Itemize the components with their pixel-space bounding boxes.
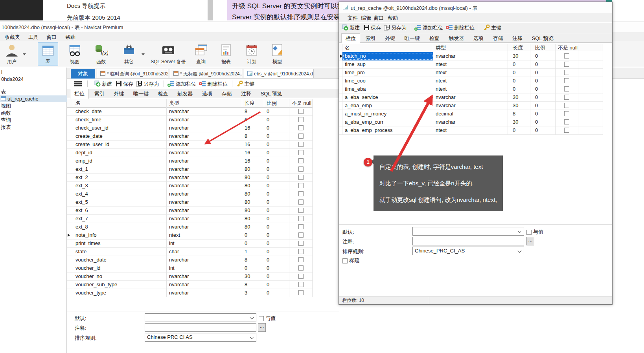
field-row[interactable]: check_datenvarchar80 bbox=[67, 108, 313, 116]
functions-button[interactable]: f(x) 函数 bbox=[90, 42, 112, 66]
field-row[interactable]: a_eba_emp_processntext00 bbox=[339, 126, 603, 135]
sidebar-group-reports[interactable]: 报表 bbox=[0, 124, 67, 130]
field-length-cell[interactable]: 30 bbox=[242, 273, 264, 281]
field-scale-cell[interactable]: 0 bbox=[264, 256, 289, 264]
field-type-cell[interactable]: decimal bbox=[433, 110, 508, 118]
field-row[interactable]: ext_5nvarchar800 bbox=[67, 198, 313, 207]
field-type-cell[interactable]: nvarchar bbox=[167, 281, 242, 289]
col-not-null[interactable]: 不是 null bbox=[556, 44, 578, 52]
model-button[interactable]: 模型 bbox=[267, 42, 287, 66]
col-scale[interactable]: 比例 bbox=[264, 99, 289, 108]
field-row[interactable]: time_supntext00 bbox=[339, 60, 603, 69]
sidebar-database[interactable]: 0hds2024 bbox=[0, 76, 67, 82]
field-type-cell[interactable]: nvarchar bbox=[167, 198, 242, 207]
field-name-cell[interactable]: a_eba_emp_process bbox=[342, 126, 433, 135]
field-scale-cell[interactable]: 0 bbox=[264, 281, 289, 289]
field-row[interactable]: a_eba_empnvarchar300 bbox=[339, 102, 603, 110]
field-scale-cell[interactable]: 0 bbox=[264, 124, 289, 132]
field-type-cell[interactable]: nvarchar bbox=[433, 93, 508, 102]
field-length-cell[interactable]: 16 bbox=[242, 124, 264, 132]
tab-options[interactable]: 选项 bbox=[198, 89, 216, 99]
not-null-checkbox[interactable] bbox=[298, 249, 304, 254]
field-type-cell[interactable]: ntext bbox=[433, 60, 508, 69]
sidebar-group-functions[interactable]: 函数 bbox=[0, 110, 67, 116]
field-type-cell[interactable]: nvarchar bbox=[167, 289, 242, 297]
comment-input[interactable] bbox=[412, 237, 524, 245]
field-name-cell[interactable]: ext_4 bbox=[73, 190, 167, 198]
views-button[interactable]: 视图 bbox=[64, 42, 86, 66]
field-length-cell[interactable]: 80 bbox=[242, 190, 264, 198]
col-name[interactable]: 名 bbox=[342, 44, 433, 52]
field-length-cell[interactable]: 80 bbox=[242, 198, 264, 207]
field-name-cell[interactable]: a_eba_service bbox=[342, 93, 433, 102]
sidebar-connection[interactable]: l bbox=[0, 69, 67, 75]
not-null-checkbox[interactable] bbox=[564, 53, 569, 59]
field-row[interactable]: print_timesint00 bbox=[67, 240, 313, 248]
field-row[interactable]: voucher_sub_typenvarchar80 bbox=[67, 281, 313, 289]
field-length-cell[interactable]: 0 bbox=[242, 264, 264, 273]
field-length-cell[interactable]: 3 bbox=[242, 289, 264, 297]
field-name-cell[interactable]: a_eba_emp bbox=[342, 102, 433, 110]
background-scrollbar[interactable] bbox=[208, 0, 213, 20]
field-name-cell[interactable]: time_pro bbox=[342, 69, 433, 77]
field-length-cell[interactable]: 6 bbox=[242, 116, 264, 124]
tab-uniques[interactable]: 唯一键 bbox=[401, 34, 424, 43]
col-type[interactable]: 类型 bbox=[167, 99, 242, 108]
field-type-cell[interactable]: ntext bbox=[433, 69, 508, 77]
field-name-cell[interactable]: create_user_id bbox=[73, 141, 167, 149]
field-scale-cell[interactable]: 0 bbox=[530, 69, 556, 77]
sidebar-group-queries[interactable]: 查询 bbox=[0, 117, 67, 123]
field-type-cell[interactable]: nvarchar bbox=[167, 132, 242, 141]
field-name-cell[interactable]: time_sup bbox=[342, 60, 433, 69]
field-row[interactable]: create_user_idnvarchar160 bbox=[67, 141, 313, 149]
field-type-cell[interactable]: nvarchar bbox=[167, 141, 242, 149]
field-name-cell[interactable]: create_date bbox=[73, 132, 167, 141]
field-length-cell[interactable]: 0 bbox=[508, 77, 530, 85]
tab-options[interactable]: 选项 bbox=[469, 34, 488, 43]
field-row[interactable]: statechar10 bbox=[67, 248, 313, 256]
field-type-cell[interactable]: nvarchar bbox=[167, 223, 242, 231]
sparse-checkbox[interactable]: 稀疏 bbox=[342, 257, 359, 264]
tab-checks[interactable]: 检查 bbox=[154, 89, 172, 99]
field-row[interactable]: time_prontext00 bbox=[339, 69, 603, 77]
delete-field-button[interactable]: 删除栏位 bbox=[199, 80, 228, 88]
not-null-checkbox[interactable] bbox=[564, 111, 569, 116]
with-value-checkbox[interactable]: 与值 bbox=[259, 315, 276, 322]
col-scale[interactable]: 比例 bbox=[530, 44, 556, 52]
not-null-checkbox[interactable] bbox=[564, 95, 569, 100]
menu-window[interactable]: 窗口 bbox=[374, 15, 384, 22]
field-row[interactable]: emp_idnvarchar160 bbox=[67, 157, 313, 165]
field-type-cell[interactable]: nvarchar bbox=[167, 165, 242, 174]
field-scale-cell[interactable]: 0 bbox=[264, 231, 289, 240]
field-length-cell[interactable]: 80 bbox=[242, 223, 264, 231]
tab-sql-preview[interactable]: SQL 预览 bbox=[528, 34, 558, 43]
field-type-cell[interactable]: nvarchar bbox=[433, 102, 508, 110]
tab-storage[interactable]: 存储 bbox=[217, 89, 236, 99]
field-type-cell[interactable]: nvarchar bbox=[167, 108, 242, 116]
not-null-checkbox[interactable] bbox=[298, 191, 304, 196]
field-scale-cell[interactable]: 0 bbox=[264, 223, 289, 231]
field-name-cell[interactable]: ext_3 bbox=[73, 182, 167, 190]
field-length-cell[interactable]: 16 bbox=[242, 149, 264, 157]
menu-tools[interactable]: 工具 bbox=[28, 34, 39, 41]
field-row[interactable]: voucher_datenvarchar80 bbox=[67, 256, 313, 264]
menu-help[interactable]: 帮助 bbox=[388, 15, 398, 22]
schedule-button[interactable]: 计划 bbox=[242, 42, 261, 66]
field-scale-cell[interactable]: 0 bbox=[530, 60, 556, 69]
delete-field-button[interactable]: 删除栏位 bbox=[446, 24, 475, 32]
tab-fields[interactable]: 栏位 bbox=[341, 33, 360, 43]
field-name-cell[interactable]: a_eba_emp_curr bbox=[342, 118, 433, 126]
field-type-cell[interactable]: nvarchar bbox=[167, 157, 242, 165]
field-row[interactable]: time_ebantext00 bbox=[339, 85, 603, 93]
field-length-cell[interactable]: 16 bbox=[242, 141, 264, 149]
field-scale-cell[interactable]: 0 bbox=[264, 182, 289, 190]
field-length-cell[interactable]: 30 bbox=[508, 102, 530, 110]
query-button[interactable]: 查询 bbox=[191, 42, 211, 66]
field-length-cell[interactable]: 0 bbox=[508, 126, 530, 135]
save-button[interactable]: 保存 bbox=[363, 24, 381, 32]
field-length-cell[interactable]: 1 bbox=[242, 248, 264, 256]
not-null-checkbox[interactable] bbox=[564, 62, 569, 67]
not-null-checkbox[interactable] bbox=[298, 241, 304, 246]
field-length-cell[interactable]: 16 bbox=[242, 157, 264, 165]
tab-uniques[interactable]: 唯一键 bbox=[129, 89, 153, 99]
